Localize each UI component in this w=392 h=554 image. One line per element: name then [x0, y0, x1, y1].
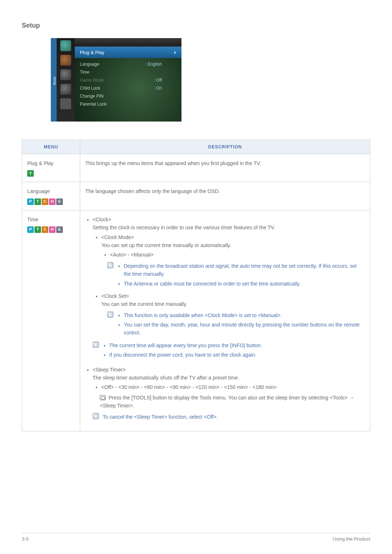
col-header-description: DESCRIPTION: [80, 140, 370, 154]
col-header-menu: MENU: [22, 140, 80, 154]
tv-row-label: Game Mode: [80, 78, 104, 83]
tv-icon-generic: [60, 69, 71, 80]
tv-row-value: : Off: [154, 78, 176, 83]
tv-row: Language: English: [80, 60, 176, 68]
table-row: Time PTCHE <Clock> Setting the clock is …: [22, 210, 370, 431]
setup-description-table: MENU DESCRIPTION Plug & Play T This brin…: [22, 140, 370, 431]
tv-row-label: Change PIN: [80, 94, 103, 99]
tv-row-label: Language: [80, 62, 99, 67]
list-item: <Clock Set> You can set the current time…: [101, 292, 365, 338]
tv-list: Language: EnglishTimeGame Mode: OffChild…: [75, 58, 181, 112]
list-item: <Clock Mode> You can set up the current …: [101, 233, 365, 289]
note-icon: [93, 413, 99, 419]
tv-row-value: [162, 102, 176, 107]
tv-row-value: : English: [145, 62, 176, 67]
badge-row: PTCHE: [27, 226, 75, 233]
clock-title: <Clock>: [93, 217, 111, 222]
footer-section: Using the Product: [333, 536, 370, 542]
gear-icon: [60, 55, 71, 66]
setup-menu-screenshot: Setup Plug & Play Language: EnglishTimeG…: [51, 38, 181, 122]
note-text: If you disconnect the power cord, you ha…: [109, 351, 262, 359]
menu-item-name: Time: [27, 216, 75, 223]
description-text: The language chosen affects only the lan…: [85, 188, 220, 194]
input-badge-T: T: [34, 226, 41, 233]
tv-active-label: Plug & Play: [80, 50, 104, 55]
clock-mode-desc: You can set up the current time manually…: [101, 242, 231, 248]
chevron-right-icon: [174, 51, 176, 54]
input-badge-E: E: [56, 198, 63, 205]
note-icon: [93, 341, 99, 348]
description-text: This brings up the menu items that appea…: [85, 160, 261, 166]
tv-row: Child Lock: On: [80, 84, 176, 92]
tv-row-value: [162, 94, 176, 99]
tv-active-row: Plug & Play: [75, 47, 181, 58]
tools-note: Press the [TOOLS] button to display the …: [100, 394, 365, 410]
input-badge-T: T: [27, 170, 34, 177]
list-item: <Off> - <30 min> - <60 min> - <90 min> -…: [101, 383, 365, 391]
list-item: <Clock> Setting the clock is necessary i…: [93, 216, 365, 361]
note-text: The Antenna or cable must be connected i…: [124, 280, 365, 288]
tv-row: Change PIN: [80, 92, 176, 100]
tv-row-label: Time: [80, 70, 89, 75]
clock-set-desc: You can set the current time manually.: [101, 301, 187, 307]
note-text: Depending on the broadcast station and s…: [124, 262, 365, 278]
input-badge-T: T: [34, 198, 41, 205]
note-text: You can set the day, month, year, hour a…: [124, 321, 365, 337]
input-badge-C: C: [42, 198, 48, 205]
page-footer: 3-5 Using the Product: [22, 533, 370, 542]
tv-main-panel: Plug & Play Language: EnglishTimeGame Mo…: [75, 38, 181, 122]
input-badge-P: P: [27, 198, 34, 205]
note-icon: [107, 311, 114, 318]
tv-row: Parental Lock: [80, 100, 176, 108]
note-icon: [107, 262, 114, 268]
input-badge-H: H: [49, 226, 56, 233]
clock-set-title: <Clock Set>: [101, 293, 129, 299]
tv-row-label: Parental Lock: [80, 102, 106, 107]
menu-item-name: Language: [27, 187, 75, 195]
list-item: <Auto> - <Manual>: [110, 251, 365, 259]
input-badge-E: E: [56, 226, 63, 233]
note-text: The current time will appear every time …: [109, 341, 262, 349]
input-badge-C: C: [42, 226, 48, 233]
tools-icon: [100, 395, 106, 400]
table-row: Language PTCHE The language chosen affec…: [22, 182, 370, 210]
tv-row: Game Mode: Off: [80, 76, 176, 84]
tv-icon-generic: [60, 84, 71, 95]
table-row: Plug & Play T This brings up the menu it…: [22, 154, 370, 182]
page-title: Setup: [22, 22, 370, 29]
input-badge-H: H: [49, 198, 56, 205]
note-text: This function is only available when <Cl…: [124, 311, 365, 319]
tv-icon-column: [57, 38, 75, 122]
footer-page-number: 3-5: [22, 536, 29, 542]
help-icon: [60, 98, 71, 109]
sleep-timer-desc: The sleep timer automatically shuts off …: [93, 375, 241, 381]
clock-desc: Setting the clock is necessary in order …: [93, 225, 275, 230]
menu-item-name: Plug & Play: [27, 159, 75, 167]
list-item: <Sleep Timer> The sleep timer automatica…: [93, 366, 365, 421]
tv-icon-generic: [60, 40, 71, 51]
tv-topbar: [75, 38, 181, 47]
tv-row: Time: [80, 68, 176, 76]
tv-row-value: [162, 70, 176, 75]
sleep-timer-title: <Sleep Timer>: [93, 367, 126, 373]
tv-side-tab: Setup: [51, 38, 57, 122]
clock-mode-title: <Clock Mode>: [101, 234, 134, 240]
tools-note-text: Press the [TOOLS] button to display the …: [100, 395, 354, 409]
tv-row-label: Child Lock: [80, 86, 100, 91]
input-badge-P: P: [27, 226, 34, 233]
badge-row: T: [27, 170, 75, 177]
note-text: To cancel the <Sleep Timer> function, se…: [103, 414, 218, 420]
badge-row: PTCHE: [27, 198, 75, 205]
tv-row-value: : On: [154, 86, 176, 91]
